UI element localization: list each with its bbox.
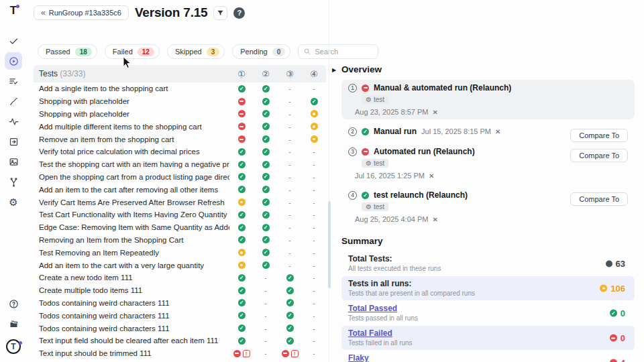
test-status-cell[interactable]: - [302, 173, 326, 181]
panel-scrollbar[interactable] [328, 201, 331, 288]
test-status-cell[interactable]: - [302, 84, 326, 93]
test-status-cell[interactable]: - [302, 261, 326, 269]
run-tag-chip[interactable]: ⚙test [362, 159, 388, 168]
filter-chip-skipped[interactable]: Skipped3 [167, 44, 225, 59]
test-status-cell[interactable]: ✓ [254, 173, 278, 180]
sidebar-item-activity[interactable] [5, 113, 22, 130]
test-status-cell[interactable] [229, 198, 254, 206]
remove-run-icon[interactable]: ✕ [432, 216, 437, 223]
sidebar-item-import[interactable] [5, 133, 22, 150]
test-status-cell[interactable]: - [278, 249, 302, 257]
test-row[interactable]: Todos containing weird characters 111✓-✓… [34, 309, 326, 322]
test-status-cell[interactable]: - [254, 349, 278, 357]
test-status-cell[interactable] [229, 123, 254, 130]
test-status-cell[interactable]: ✓ [254, 211, 278, 219]
run-column-header-4[interactable]: ④ [302, 69, 326, 79]
test-status-cell[interactable]: ✓ [254, 148, 278, 156]
filter-chip-pending[interactable]: Pending0 [232, 44, 290, 59]
test-status-cell[interactable]: - [302, 337, 326, 345]
summary-link[interactable]: Total Failed [348, 328, 570, 338]
sidebar-item-branches[interactable] [5, 173, 22, 190]
run-tag-chip[interactable]: ⚙test [362, 95, 388, 104]
test-status-cell[interactable] [229, 249, 254, 256]
test-row[interactable]: Removing an Item from the Shopping Cart✓… [34, 234, 326, 247]
test-status-cell[interactable]: ✓ [302, 98, 326, 105]
test-status-cell[interactable]: ✓ [254, 110, 278, 117]
test-status-cell[interactable]: - [302, 349, 326, 357]
test-status-cell[interactable]: - [278, 110, 302, 118]
test-status-cell[interactable]: - [302, 249, 326, 257]
test-status-cell[interactable]: - [278, 97, 302, 105]
test-status-cell[interactable]: ✓ [254, 198, 278, 206]
test-status-cell[interactable]: ✓ [278, 337, 302, 345]
test-status-cell[interactable]: ✓ [254, 135, 278, 143]
test-status-cell[interactable]: - [278, 186, 302, 194]
run-tag-chip[interactable]: ⚙test [362, 202, 388, 211]
summary-link[interactable]: Flaky [348, 353, 570, 362]
test-status-cell[interactable]: ✓ [229, 148, 254, 156]
test-row[interactable]: Test Cart Functionality with Items Havin… [34, 208, 326, 221]
test-status-cell[interactable]: - [278, 198, 302, 206]
test-row[interactable]: Add an item to the cart with a very larg… [34, 259, 326, 272]
test-status-cell[interactable]: ✓ [254, 186, 278, 193]
test-status-cell[interactable]: ✓ [278, 299, 302, 306]
test-status-cell[interactable]: - [278, 223, 302, 231]
test-status-cell[interactable]: ✓ [229, 299, 254, 306]
test-status-cell[interactable] [229, 135, 254, 143]
test-status-cell[interactable]: - [302, 147, 326, 156]
test-status-cell[interactable]: ✓ [254, 161, 278, 168]
test-row[interactable]: Create a new todo item 111✓-✓- [34, 272, 326, 284]
test-status-cell[interactable]: - [254, 337, 278, 345]
overview-run-item[interactable]: 2✓Manual runJul 15, 2025 8:15 PM✕Compare… [341, 123, 635, 139]
collapse-panel-icon[interactable]: ▶ [332, 67, 336, 73]
overview-run-item[interactable]: 3Automated run (Relaunch)⚙testJul 16, 20… [341, 143, 635, 183]
test-status-cell[interactable]: ✓ [254, 261, 278, 269]
overview-run-item[interactable]: 4✓test relaunch (Relaunch)⚙testAug 25, 2… [341, 187, 635, 227]
test-status-cell[interactable]: - [302, 198, 326, 206]
test-status-cell[interactable]: ✓ [229, 186, 254, 193]
test-status-cell[interactable]: ✓ [229, 274, 254, 282]
test-status-cell[interactable]: - [254, 299, 278, 307]
comment-icon[interactable]: ! [243, 350, 250, 357]
test-status-cell[interactable]: - [278, 261, 302, 269]
test-status-cell[interactable]: - [302, 286, 326, 294]
test-status-cell[interactable]: - [254, 274, 278, 282]
back-to-rungroup-button[interactable]: « RunGroup #13a335c6 [34, 5, 129, 20]
test-status-cell[interactable]: - [278, 173, 302, 181]
summary-link[interactable]: Total Passed [348, 304, 570, 313]
test-status-cell[interactable]: - [254, 286, 278, 294]
test-row[interactable]: Todos containing weird characters 111✓-✓… [34, 297, 326, 310]
summary-row[interactable]: Total FailedTests failed in all runs0 [341, 326, 635, 350]
test-status-cell[interactable]: - [302, 223, 326, 231]
test-row[interactable]: Verify total price calculation with deci… [34, 145, 326, 158]
remove-run-icon[interactable]: ✕ [432, 109, 437, 116]
test-row[interactable]: Text input field should be cleared after… [34, 335, 326, 347]
test-status-cell[interactable]: ✓ [254, 85, 278, 93]
test-status-cell[interactable]: - [278, 135, 302, 143]
test-status-cell[interactable] [302, 135, 326, 143]
test-row[interactable]: Create multiple todo items 111✓-✓- [34, 284, 326, 297]
test-row[interactable]: Shopping with placeholder✓- [34, 108, 326, 121]
test-status-cell[interactable]: - [302, 160, 326, 168]
test-status-cell[interactable] [229, 98, 254, 105]
test-status-cell[interactable]: ✓ [229, 224, 254, 231]
test-status-cell[interactable]: ✓ [229, 337, 254, 345]
test-status-cell[interactable] [302, 123, 326, 130]
filter-chip-passed[interactable]: Passed18 [38, 44, 97, 59]
comment-icon[interactable]: ! [291, 350, 299, 357]
test-status-cell[interactable]: ✓ [254, 98, 278, 105]
test-status-cell[interactable]: ✓ [229, 211, 254, 219]
test-status-cell[interactable]: ✓ [278, 324, 302, 332]
test-status-cell[interactable]: ✓ [254, 224, 278, 231]
remove-run-icon[interactable]: ✕ [429, 172, 434, 180]
run-column-header-2[interactable]: ② [254, 69, 278, 79]
test-status-cell[interactable]: - [254, 324, 278, 333]
test-status-cell[interactable]: - [302, 299, 326, 307]
sidebar-item-settings[interactable]: ⚙ [5, 193, 22, 210]
test-status-cell[interactable]: - [278, 210, 302, 219]
test-row[interactable]: Add a single item to the shopping cart✓✓… [34, 82, 326, 95]
sidebar-item-analytics[interactable] [5, 93, 22, 110]
test-status-cell[interactable]: - [302, 236, 326, 244]
test-status-cell[interactable]: ✓ [254, 249, 278, 256]
run-column-header-3[interactable]: ③ [278, 69, 302, 79]
